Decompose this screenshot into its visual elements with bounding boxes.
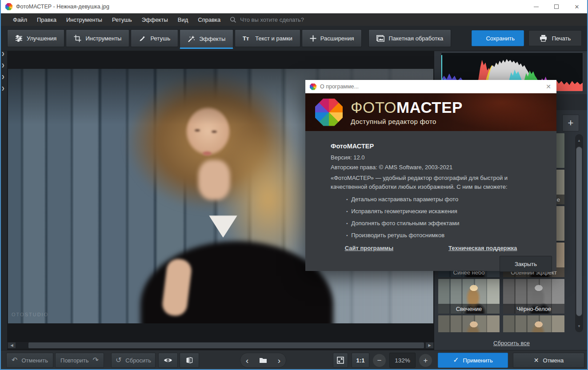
tab-extensions[interactable]: Расширения — [302, 29, 362, 47]
horizontal-scrollbar-thumb[interactable] — [28, 342, 424, 348]
menu-view[interactable]: Вид — [173, 16, 193, 23]
text-icon: Tт — [243, 35, 251, 42]
app-window: OTOSTUDIO ◀ ▶ ❯ ❯ ❯ ❯ — [0, 0, 588, 370]
apply-label: Применить — [463, 357, 493, 364]
plus-icon — [310, 35, 316, 42]
search-placeholder: Что вы хотите сделать? — [240, 16, 304, 23]
tab-label: Улучшения — [27, 35, 56, 42]
scroll-right-arrow-icon[interactable]: ▶ — [426, 342, 433, 348]
menu-retouch[interactable]: Ретушь — [107, 16, 137, 23]
effect-thumbnail-glow[interactable]: Свечение — [438, 279, 500, 314]
redo-icon: ↷ — [93, 357, 99, 364]
effect-label: Свечение — [438, 304, 500, 314]
cancel-button[interactable]: ✕ Отмена — [513, 353, 584, 368]
panel-expand-icon[interactable]: ❯ — [1, 74, 5, 80]
close-icon: ✕ — [575, 4, 580, 10]
magic-wand-icon — [188, 35, 195, 43]
zoom-level-display: 132% — [389, 353, 416, 368]
panel-expand-icon[interactable]: ❯ — [1, 51, 5, 56]
program-site-link[interactable]: Сайт программы — [345, 245, 393, 251]
tab-label: Инструменты — [85, 35, 121, 42]
feature-list: ▪Детально настраивать параметры фото ▪Ис… — [346, 196, 460, 244]
close-button[interactable]: ✕ — [567, 0, 587, 13]
scroll-down-arrow-icon[interactable]: ▼ — [575, 322, 583, 330]
dialog-title-bar: О программе... ✕ — [305, 80, 556, 93]
brand-title: ФОТОМАСТЕР — [351, 99, 463, 115]
effect-preview — [438, 315, 500, 332]
save-button[interactable]: Сохранить — [472, 30, 524, 46]
tab-effects[interactable]: Эффекты — [180, 29, 233, 49]
menu-file[interactable]: Файл — [8, 16, 32, 23]
effect-thumbnail-black-white[interactable]: Чёрно-белое — [503, 279, 564, 314]
print-button[interactable]: Печать — [528, 30, 582, 46]
folder-icon[interactable] — [259, 357, 267, 363]
help-search-field[interactable]: Что вы хотите сделать? — [230, 16, 304, 23]
reset-icon: ↺ — [116, 357, 121, 364]
dialog-close-icon[interactable]: ✕ — [546, 83, 551, 90]
scroll-up-arrow-icon[interactable]: ▲ — [575, 137, 583, 144]
cancel-label: Отмена — [543, 357, 564, 364]
preview-original-button[interactable] — [158, 353, 178, 368]
app-logo-large-icon — [315, 99, 343, 126]
menu-effects[interactable]: Эффекты — [137, 16, 173, 23]
tab-label: Текст и рамки — [255, 35, 292, 42]
printer-icon — [540, 35, 547, 42]
before-after-compare-button[interactable] — [180, 353, 199, 368]
description-text: «ФотоМАСТЕР» — удобный редактор фотограф… — [331, 174, 543, 191]
compare-icon — [186, 357, 193, 364]
tab-improvements[interactable]: Улучшения — [7, 29, 64, 47]
app-name: ФотоМАСТЕР — [331, 143, 374, 150]
tech-support-link[interactable]: Техническая поддержка — [448, 245, 517, 251]
close-icon: ✕ — [534, 357, 539, 363]
dialog-title: О программе... — [320, 84, 359, 90]
menu-tools[interactable]: Инструменты — [61, 16, 107, 23]
feature-item: ▪Детально настраивать параметры фото — [346, 196, 460, 203]
feature-item: ▪Исправлять геометрические искажения — [346, 208, 460, 215]
bottom-bar: ↶ Отменить Повторить ↷ ↺ Сбросить ‹ — [1, 350, 587, 370]
zoom-out-button[interactable]: − — [373, 354, 386, 367]
tab-tools[interactable]: Инструменты — [66, 29, 129, 47]
svg-text:Tт: Tт — [243, 35, 249, 42]
dialog-close-button[interactable]: Закрыть — [500, 256, 552, 272]
actual-size-button[interactable]: 1:1 — [352, 353, 369, 368]
effect-thumbnail[interactable] — [438, 315, 500, 332]
tab-retouch[interactable]: Ретушь — [131, 29, 178, 47]
redo-button[interactable]: Повторить ↷ — [55, 353, 104, 368]
check-icon: ✓ — [453, 357, 459, 364]
brush-icon — [139, 35, 146, 42]
horizontal-scrollbar[interactable]: ◀ ▶ — [7, 342, 434, 349]
apply-button[interactable]: ✓ Применить — [438, 353, 508, 368]
effects-scrollbar[interactable]: ▲ ▼ — [575, 134, 583, 332]
sliders-icon — [15, 35, 23, 42]
photo-watermark: OTOSTUDIO — [12, 312, 48, 317]
save-label: Сохранить — [486, 35, 515, 42]
fit-to-screen-button[interactable] — [333, 353, 348, 368]
dialog-brand-banner: ФОТОМАСТЕР Доступный редактор фото — [305, 93, 556, 131]
effect-thumbnail[interactable] — [503, 315, 564, 332]
scroll-left-arrow-icon[interactable]: ◀ — [8, 342, 16, 348]
collapsed-panel-handles: ❯ ❯ ❯ ❯ — [1, 51, 5, 91]
tab-text-frames[interactable]: Tт Текст и рамки — [235, 29, 300, 47]
reset-label: Сбросить — [125, 357, 151, 364]
minimize-button[interactable] — [526, 0, 546, 13]
effects-scrollbar-thumb[interactable] — [576, 147, 582, 316]
reset-all-link[interactable]: Сбросить все — [493, 340, 530, 346]
zoom-in-button[interactable]: + — [419, 354, 432, 367]
prev-photo-button[interactable]: ‹ — [246, 356, 248, 365]
next-photo-button[interactable]: › — [278, 356, 280, 365]
tab-batch-processing[interactable]: Пакетная обработка — [368, 29, 451, 47]
panel-expand-icon[interactable]: ❯ — [1, 86, 5, 91]
feature-item: ▪Производить ретушь фотоснимков — [346, 232, 460, 239]
tab-label: Пакетная обработка — [388, 35, 443, 42]
add-effect-button[interactable]: + — [562, 115, 579, 131]
menu-edit[interactable]: Правка — [32, 16, 61, 23]
reset-button[interactable]: ↺ Сбросить — [111, 353, 156, 368]
print-label: Печать — [552, 35, 571, 42]
tab-label: Ретушь — [150, 35, 170, 42]
menu-bar: Файл Правка Инструменты Ретушь Эффекты В… — [1, 13, 587, 26]
brand-tagline: Доступный редактор фото — [351, 118, 463, 125]
menu-help[interactable]: Справка — [193, 16, 225, 23]
panel-expand-icon[interactable]: ❯ — [1, 63, 5, 68]
maximize-button[interactable] — [546, 0, 567, 13]
undo-button[interactable]: ↶ Отменить — [6, 353, 53, 368]
